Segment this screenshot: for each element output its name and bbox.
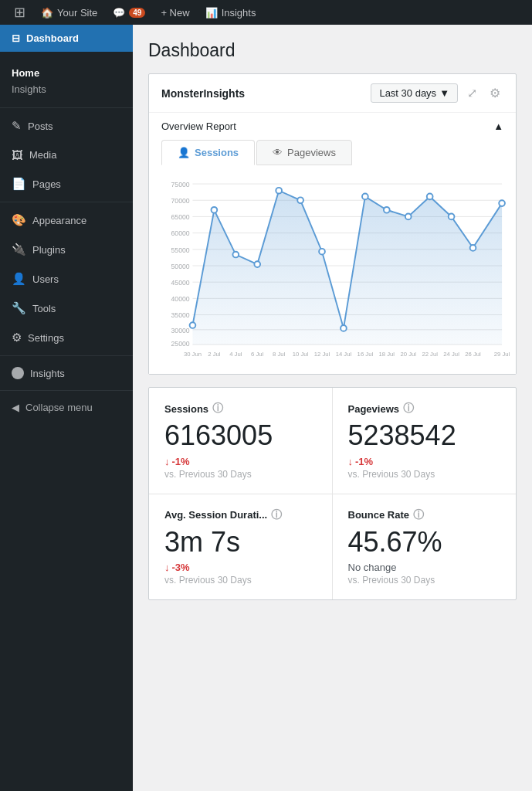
avg-session-stat-value: 3m 7s [164,527,317,558]
sessions-stat-change: ↓ -1% [164,456,317,467]
pages-icon: 📄 [12,177,26,191]
sidebar-item-settings[interactable]: ⚙ Settings [0,323,133,352]
avg-session-vs-label: vs. Previous 30 Days [164,575,317,586]
sidebar-item-plugins[interactable]: 🔌 Plugins [0,235,133,264]
svg-text:2 Jul: 2 Jul [208,351,221,358]
svg-text:16 Jul: 16 Jul [357,351,374,358]
svg-text:30 Jun: 30 Jun [184,351,202,358]
home-section-label: Home [0,58,133,82]
widget-title: MonsterInsights [161,87,245,100]
collapse-menu-item[interactable]: ◀ Collapse menu [0,394,133,421]
widget-header: MonsterInsights Last 30 days ▼ ⤢ ⚙ [149,74,516,113]
sidebar-sub-insights[interactable]: Insights [0,82,133,101]
svg-text:55000: 55000 [171,246,190,254]
chart-dot [341,325,347,331]
chart-dot [449,214,455,220]
users-label: Users [32,273,59,285]
bounce-rate-info-icon[interactable]: ⓘ [413,508,424,522]
wp-logo-item[interactable]: ⊞ [6,0,33,25]
sessions-tab-label: Sessions [195,147,239,158]
new-label: + New [161,7,189,19]
svg-text:22 Jul: 22 Jul [422,351,438,358]
sidebar-item-pages[interactable]: 📄 Pages [0,169,133,199]
comments-item[interactable]: 💬 49 [105,0,153,25]
expand-icon: ⤢ [467,87,477,100]
pageviews-vs-label: vs. Previous 30 Days [348,469,501,480]
chart-dot [499,200,505,206]
pageviews-down-arrow: ↓ [348,456,354,467]
site-name-label: Your Site [57,7,97,19]
sessions-stat-value: 6163005 [164,420,317,451]
svg-text:60000: 60000 [171,229,190,237]
pageviews-stat-value: 5238542 [348,420,501,451]
svg-text:8 Jul: 8 Jul [273,351,286,358]
plugins-icon: 🔌 [12,243,26,256]
dashboard-icon: ⊟ [12,32,20,44]
posts-icon: ✎ [12,119,22,133]
pageviews-info-icon[interactable]: ⓘ [403,402,414,416]
svg-text:70000: 70000 [171,197,190,205]
svg-text:20 Jul: 20 Jul [400,351,416,358]
chart-dot [427,194,433,200]
main-content: Dashboard MonsterInsights Last 30 days ▼… [133,25,532,791]
sidebar-item-posts[interactable]: ✎ Posts [0,111,133,141]
chart-dot [319,249,325,255]
line-chart: 75000 70000 65000 60000 55000 50000 4500… [161,173,503,358]
chart-dot [232,252,239,258]
sidebar-item-tools[interactable]: 🔧 Tools [0,294,133,323]
collapse-overview-icon[interactable]: ▲ [493,121,503,132]
site-name-item[interactable]: 🏠 Your Site [33,0,105,25]
sidebar-item-media[interactable]: 🖼 Media [0,141,133,169]
stat-cell-bounce-rate: Bounce Rate ⓘ 45.67% No change vs. Previ… [333,494,517,600]
collapse-icon: ◀ [12,402,19,413]
svg-text:26 Jul: 26 Jul [465,351,481,358]
avg-session-stat-change: ↓ -3% [164,562,317,573]
svg-text:45000: 45000 [171,279,190,287]
sidebar-item-appearance[interactable]: 🎨 Appearance [0,205,133,235]
insights-bar-item[interactable]: 📊 Insights [198,0,264,25]
svg-text:12 Jul: 12 Jul [314,351,330,358]
chart-area: 75000 70000 65000 60000 55000 50000 4500… [149,165,516,374]
chart-dot [384,207,390,213]
sessions-down-arrow: ↓ [164,456,170,467]
svg-text:14 Jul: 14 Jul [336,351,352,358]
tab-sessions[interactable]: 👤 Sessions [161,140,255,165]
svg-text:4 Jul: 4 Jul [229,351,242,358]
widget-header-controls: Last 30 days ▼ ⤢ ⚙ [371,83,503,103]
sessions-tab-icon: 👤 [178,147,190,158]
tools-label: Tools [32,303,56,314]
avg-session-info-icon[interactable]: ⓘ [271,508,282,522]
monsterinsights-widget: MonsterInsights Last 30 days ▼ ⤢ ⚙ Overv… [148,73,517,375]
chart-tabs: 👤 Sessions 👁 Pageviews [149,140,516,165]
tab-pageviews[interactable]: 👁 Pageviews [256,140,352,165]
stat-cell-pageviews: Pageviews ⓘ 5238542 ↓ -1% vs. Previous 3… [333,388,517,494]
bounce-rate-stat-label: Bounce Rate ⓘ [348,508,501,522]
chart-area-fill [192,191,502,345]
users-icon: 👤 [12,272,26,286]
new-content-item[interactable]: + New [153,0,197,25]
tools-icon: 🔧 [12,301,26,315]
chart-dot [190,322,196,328]
stats-grid: Sessions ⓘ 6163005 ↓ -1% vs. Previous 30… [148,387,517,600]
sessions-info-icon[interactable]: ⓘ [212,402,223,416]
svg-text:35000: 35000 [171,311,190,319]
insights-bar-label: Insights [222,7,256,19]
overview-header: Overview Report ▲ [149,113,516,140]
settings-label: Settings [28,332,64,344]
date-range-button[interactable]: Last 30 days ▼ [371,83,458,103]
chart-dot [212,207,218,213]
sidebar-item-insights[interactable]: Insights [0,359,133,387]
sidebar-item-dashboard[interactable]: ⊟ Dashboard [0,25,133,52]
pageviews-tab-icon: 👁 [273,147,283,158]
sidebar-item-users[interactable]: 👤 Users [0,264,133,294]
bounce-rate-stat-change: No change [348,562,501,573]
chevron-down-icon: ▼ [439,87,449,99]
expand-button[interactable]: ⤢ [464,84,480,102]
stat-cell-sessions: Sessions ⓘ 6163005 ↓ -1% vs. Previous 30… [149,388,333,494]
chart-dot [405,214,412,220]
avg-session-stat-label: Avg. Session Durati... ⓘ [164,508,317,522]
posts-label: Posts [28,121,53,132]
sessions-stat-label: Sessions ⓘ [164,402,317,416]
sidebar: ⊟ Dashboard Home Insights ✎ Posts 🖼 Medi… [0,25,133,791]
settings-widget-button[interactable]: ⚙ [486,84,503,102]
